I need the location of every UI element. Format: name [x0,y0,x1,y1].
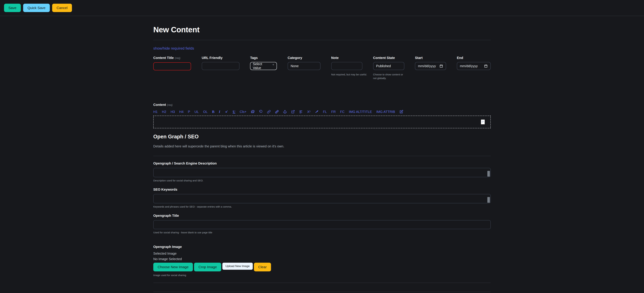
url-friendly-input[interactable] [202,62,240,70]
note-input[interactable] [331,62,362,70]
content-title-input[interactable] [153,62,191,70]
bold-button[interactable]: B [212,110,214,114]
tags-select-value-text: Select Value [253,62,270,70]
clear-image-button[interactable]: Clear [254,263,271,271]
upload-new-image-button[interactable]: Upload New Image [222,263,253,270]
end-date-label: End [457,56,491,60]
content-state-select[interactable]: Published [373,62,404,70]
content-label-text: Content [153,103,166,107]
h4-button[interactable]: H4 [179,110,184,114]
element-path-indicator: P [481,120,485,124]
og-title-help-text: Used for social sharing - leave blank to… [153,231,491,234]
editor-toolbar: H1 H2 H3 H4 P UL OL B I U Cls+ [153,110,491,114]
tags-select-value-button[interactable]: Select Value + [250,62,277,70]
og-description-label: Opengraph / Search Engine Description [153,161,491,166]
meta-fields-row: Content Title(req) URL Friendly Tags Sel… [153,56,491,80]
og-image-help-text: Image used for social sharing [153,274,491,277]
selected-image-heading: Selected Image [153,252,491,256]
underline-button[interactable]: U [232,110,235,114]
paintbrush-icon[interactable] [315,110,319,114]
align-left-icon[interactable] [299,110,303,114]
url-friendly-label: URL Friendly [202,56,240,60]
og-title-label: Opengraph Title [153,213,491,218]
selected-image-value: No Image Selected [153,257,491,261]
save-button[interactable]: Save [4,4,21,12]
edit-icon[interactable] [400,110,403,114]
content-title-label: Content Title(req) [153,56,191,60]
external-link-icon[interactable] [291,110,295,114]
start-date-column: Start mm/dd/yyyy [415,56,446,80]
unlink-icon[interactable] [275,110,279,114]
divider [153,292,491,292]
category-selected-value: None [291,64,299,68]
img-alt-title-button[interactable]: IMG ALT/TITLE [349,110,372,114]
note-help-text: Not required, but may be useful. [331,73,362,76]
quick-save-button[interactable]: Quick Save [23,4,50,12]
action-toolbar: Save Quick Save Cancel [0,0,644,16]
img-attrib-button[interactable]: IMG ATTRIB [376,110,395,114]
content-title-label-text: Content Title [153,56,174,60]
og-description-textarea[interactable] [153,168,491,177]
cancel-button[interactable]: Cancel [52,4,72,12]
undo-icon[interactable] [259,110,263,114]
textarea-scrollbar[interactable] [487,171,490,177]
toggle-required-fields-link[interactable]: show/hide required fields [153,46,194,51]
content-state-label: Content State [373,56,404,60]
compress-icon[interactable] [224,110,228,114]
page-title: New Content [153,25,491,34]
divider [153,283,491,283]
content-title-column: Content Title(req) [153,56,191,80]
crop-image-button[interactable]: Crop Image [194,263,221,271]
url-friendly-column: URL Friendly [202,56,240,80]
choose-new-image-button[interactable]: Choose New Image [153,263,193,271]
start-date-label: Start [415,56,446,60]
category-label: Category [288,56,320,60]
content-state-help-text: Choose to show content or not globally. [373,73,404,80]
ordered-list-button[interactable]: OL [203,110,208,114]
seo-keywords-textarea[interactable] [153,194,491,203]
calendar-icon[interactable] [484,64,488,68]
content-state-column: Content State Published Choose to show c… [373,56,404,80]
tags-label: Tags [250,56,277,60]
divider [153,40,491,40]
h1-button[interactable]: H1 [153,110,158,114]
h3-button[interactable]: H3 [170,110,175,114]
og-title-input[interactable] [153,220,491,229]
og-image-buttons-row: Choose New Image Crop Image Upload New I… [153,263,491,271]
required-tag: (req) [175,57,180,59]
link-icon[interactable] [267,110,271,114]
images-icon[interactable] [251,110,254,114]
open-graph-seo-intro: Details added here will supercede the pa… [153,144,491,148]
anchor-icon[interactable] [283,110,287,114]
seo-keywords-help-text: Keywords and phrases used for SEO - sepa… [153,205,491,208]
end-date-input[interactable]: mm/dd/yyyy [457,62,491,70]
content-state-selected-value: Published [376,64,391,68]
calendar-icon[interactable] [440,64,443,68]
category-select[interactable]: None [288,62,320,70]
float-center-button[interactable]: FC [340,110,345,114]
unordered-list-button[interactable]: UL [194,110,199,114]
seo-keywords-label: SEO Keywords [153,187,491,192]
og-description-help-text: Description used for social sharing and … [153,179,491,182]
paragraph-button[interactable]: P [188,110,190,114]
note-label: Note [331,56,362,60]
superscript-button[interactable]: X¹ [307,110,310,114]
h2-button[interactable]: H2 [162,110,166,114]
float-right-button[interactable]: FR [331,110,336,114]
textarea-scrollbar[interactable] [487,197,490,203]
end-date-placeholder: mm/dd/yyyy [460,64,478,68]
plus-icon: + [272,63,274,67]
required-tag: (req) [167,103,173,106]
float-left-button[interactable]: FL [323,110,327,114]
classes-add-button[interactable]: Cls+ [240,110,246,114]
italic-button[interactable]: I [219,110,220,114]
tags-column: Tags Select Value + [250,56,277,80]
note-column: Note Not required, but may be useful. [331,56,362,80]
main-content: New Content show/hide required fields Co… [153,25,491,292]
category-column: Category None [288,56,320,80]
open-graph-seo-heading: Open Graph / SEO [153,133,491,140]
content-editor-area[interactable]: P [153,116,491,128]
og-image-label: Opengraph Image [153,245,491,249]
start-date-input[interactable]: mm/dd/yyyy [415,62,446,70]
content-label: Content(req) [153,102,491,107]
